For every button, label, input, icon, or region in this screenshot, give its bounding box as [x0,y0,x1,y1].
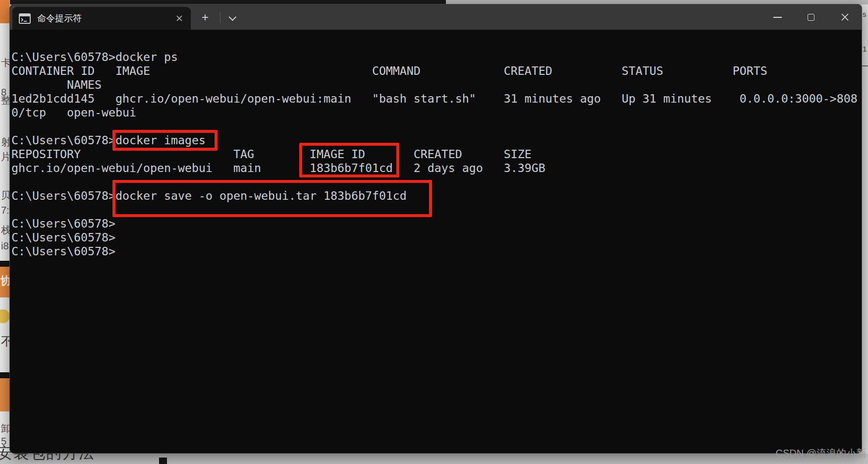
terminal-window: 命令提示符 + C:\Users [9,4,862,454]
terminal-line: CONTAINER ID IMAGE COMMAND CREATED STATU… [11,64,858,78]
background-left-edge: 卡 8 整 射 片 贝 7: 栈 i8 不 卸 5 协 [0,23,9,454]
minimize-button[interactable] [760,4,794,30]
bg-text-fragment: 片 [1,150,9,164]
bg-text-fragment: 卡 [1,56,9,69]
terminal-line: ghcr.io/open-webui/open-webui main 183b6… [11,161,858,175]
bg-text-fragment: 1 [863,45,867,53]
bg-bullet-square [159,458,167,464]
terminal-line: NAMES [11,78,858,92]
bg-text-fragment: 栈 [1,224,9,237]
close-button[interactable] [828,4,862,30]
terminal-line: 0/tcp open-webui [11,106,858,119]
separator [220,11,220,23]
bg-text-fragment: 不 [1,334,9,349]
terminal-line: C:\Users\60578>docker ps [11,50,858,64]
cmd-icon [19,13,31,24]
bg-text-fragment: 贝 [1,189,9,202]
tab-close-icon[interactable] [172,11,187,26]
terminal-line: C:\Users\60578> [11,231,858,244]
background-orange-corner [0,0,9,23]
annotation-box-docker-save [112,180,432,217]
watermark: CSDN @流浪的小新 [775,447,866,460]
bg-text-fragment: 协 [0,274,9,289]
minimize-icon [773,17,782,18]
tab-dropdown-button[interactable] [225,10,242,26]
annotation-box-image-id [299,143,399,177]
bg-text-fragment: 整 [1,94,9,107]
bg-text-fragment: 射 [1,135,9,149]
bg-text-fragment: 7: [1,205,9,216]
close-icon [841,13,849,21]
tab-command-prompt[interactable]: 命令提示符 [12,7,191,30]
bg-orange-block [0,378,9,411]
maximize-button[interactable] [794,4,828,30]
maximize-icon [808,14,814,21]
bg-yellow-dot [0,309,9,323]
bg-text-fragment: s [863,10,867,18]
bg-divider [862,65,868,66]
new-tab-button[interactable]: + [197,10,214,26]
bg-text-fragment: i8 [1,240,9,252]
background-scrollbar-strip: 1 s [862,4,868,455]
terminal-output[interactable]: C:\Users\60578>docker ps CONTAINER ID IM… [11,50,858,258]
terminal-line: 1ed2b1cdd145 ghcr.io/open-webui/open-web… [11,92,858,106]
title-bar[interactable]: 命令提示符 + [10,4,862,30]
annotation-box-docker-images [112,130,217,151]
terminal-line: C:\Users\60578> [11,244,858,258]
tab-title: 命令提示符 [37,12,172,24]
terminal-line: C:\Users\60578> [11,217,858,231]
bg-divider [0,372,9,378]
bg-divider [0,261,9,267]
bg-text-fragment: 卸 [1,422,9,435]
background-bottom-strip [0,454,868,464]
chevron-down-icon [228,13,236,21]
